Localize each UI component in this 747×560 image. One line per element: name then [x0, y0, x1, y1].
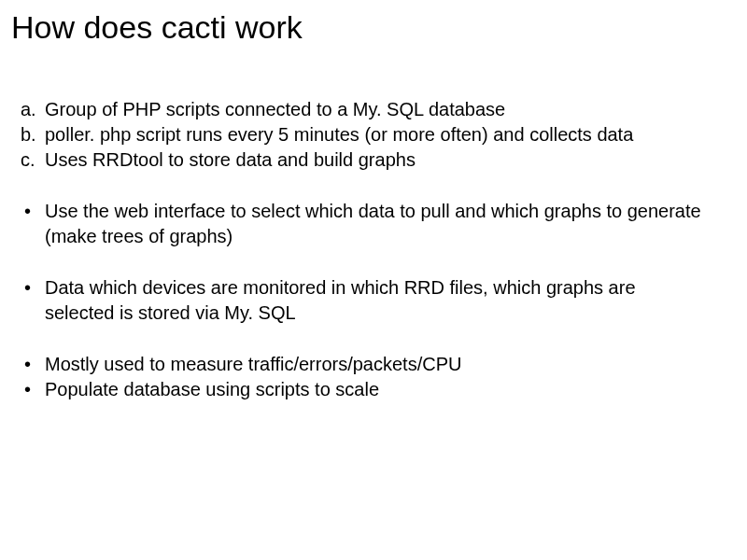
list-item: a. Group of PHP scripts connected to a M… [21, 97, 710, 122]
list-text: Data which devices are monitored in whic… [45, 275, 710, 326]
list-text: Mostly used to measure traffic/errors/pa… [45, 352, 710, 377]
bullet-icon: • [21, 377, 45, 402]
list-text: poller. php script runs every 5 minutes … [45, 122, 710, 147]
bullet-icon: • [21, 199, 45, 249]
list-text: Use the web interface to select which da… [45, 199, 710, 249]
list-marker: a. [21, 97, 45, 122]
list-item: • Data which devices are monitored in wh… [21, 275, 710, 326]
list-item: c. Uses RRDtool to store data and build … [21, 147, 710, 173]
list-marker: c. [21, 147, 45, 173]
list-text: Group of PHP scripts connected to a My. … [45, 97, 710, 122]
bullet-icon: • [21, 352, 45, 377]
bullet-group: • Use the web interface to select which … [21, 199, 710, 249]
list-item: • Use the web interface to select which … [21, 199, 710, 249]
bullet-group: • Data which devices are monitored in wh… [21, 275, 710, 326]
bullet-group: • Mostly used to measure traffic/errors/… [21, 352, 710, 402]
list-item: • Populate database using scripts to sca… [21, 377, 710, 402]
list-item: b. poller. php script runs every 5 minut… [21, 122, 710, 147]
slide-title: How does cacti work [11, 9, 728, 46]
list-marker: b. [21, 122, 45, 147]
list-text: Populate database using scripts to scale [45, 377, 710, 402]
list-text: Uses RRDtool to store data and build gra… [45, 147, 710, 173]
list-item: • Mostly used to measure traffic/errors/… [21, 352, 710, 377]
bullet-icon: • [21, 275, 45, 326]
slide-content: a. Group of PHP scripts connected to a M… [11, 97, 728, 402]
